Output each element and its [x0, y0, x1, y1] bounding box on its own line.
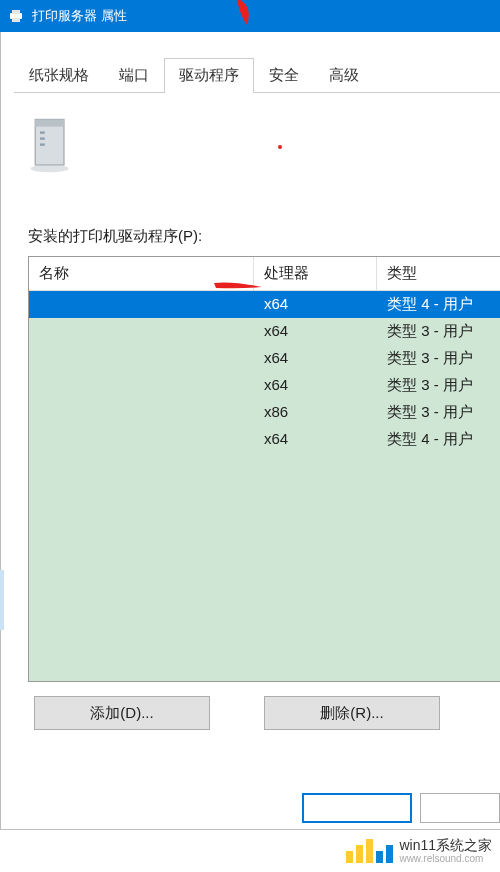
window-title: 打印服务器 属性 — [32, 7, 127, 25]
cell-name — [29, 295, 254, 314]
table-row[interactable]: x64类型 3 - 用户 — [29, 318, 500, 345]
svg-rect-4 — [35, 119, 64, 126]
drivers-list-label: 安装的打印机驱动程序(P): — [28, 227, 500, 246]
table-row[interactable]: x64类型 4 - 用户 — [29, 426, 500, 453]
cell-proc: x64 — [254, 322, 377, 341]
cell-name — [29, 376, 254, 395]
printer-icon — [8, 8, 24, 24]
svg-point-8 — [30, 165, 68, 172]
tabstrip: 纸张规格 端口 驱动程序 安全 高级 — [14, 58, 500, 93]
cell-type: 类型 3 - 用户 — [377, 322, 500, 341]
annotation-mark — [212, 279, 272, 295]
cell-name — [29, 403, 254, 422]
tab-content: 安装的打印机驱动程序(P): 名称 处理器 类型 x64类型 4 - 用户x64… — [14, 93, 500, 756]
table-body[interactable]: x64类型 4 - 用户x64类型 3 - 用户x64类型 3 - 用户x64类… — [29, 291, 500, 681]
cell-proc: x64 — [254, 349, 377, 368]
svg-rect-1 — [12, 10, 20, 14]
tab-security[interactable]: 安全 — [254, 58, 314, 92]
watermark-line1: win11系统之家 — [399, 837, 492, 853]
tab-advanced[interactable]: 高级 — [314, 58, 374, 92]
annotation-dot — [278, 145, 282, 149]
table-header: 名称 处理器 类型 — [29, 257, 500, 291]
svg-rect-2 — [12, 18, 20, 22]
drivers-table: 名称 处理器 类型 x64类型 4 - 用户x64类型 3 - 用户x64类型 … — [28, 256, 500, 682]
cell-name — [29, 430, 254, 449]
remove-button[interactable]: 删除(R)... — [264, 696, 440, 730]
cell-name — [29, 349, 254, 368]
tab-paper[interactable]: 纸张规格 — [14, 58, 104, 92]
dialog-body: 纸张规格 端口 驱动程序 安全 高级 安装的打印机驱动程序(P): 名称 — [0, 32, 500, 756]
tab-ports[interactable]: 端口 — [104, 58, 164, 92]
add-button[interactable]: 添加(D)... — [34, 696, 210, 730]
col-processor[interactable]: 处理器 — [254, 257, 377, 290]
svg-rect-6 — [40, 137, 45, 139]
server-icon-row — [28, 117, 500, 167]
ok-button[interactable] — [302, 793, 412, 823]
watermark-line2: www.relsound.com — [399, 853, 492, 865]
cell-proc: x64 — [254, 295, 377, 314]
cell-type: 类型 4 - 用户 — [377, 295, 500, 314]
svg-rect-5 — [40, 131, 45, 133]
cell-proc: x86 — [254, 403, 377, 422]
watermark: win11系统之家 www.relsound.com — [346, 830, 500, 872]
cell-proc: x64 — [254, 430, 377, 449]
watermark-logo-icon — [346, 839, 393, 863]
svg-rect-7 — [40, 143, 45, 145]
cell-type: 类型 3 - 用户 — [377, 376, 500, 395]
cell-type: 类型 3 - 用户 — [377, 349, 500, 368]
server-icon — [28, 117, 76, 167]
dialog-footer-buttons — [302, 793, 500, 823]
tab-drivers[interactable]: 驱动程序 — [164, 58, 254, 93]
table-row[interactable]: x64类型 4 - 用户 — [29, 291, 500, 318]
col-type[interactable]: 类型 — [377, 257, 500, 290]
cell-type: 类型 4 - 用户 — [377, 430, 500, 449]
table-row[interactable]: x64类型 3 - 用户 — [29, 345, 500, 372]
watermark-text: win11系统之家 www.relsound.com — [399, 837, 492, 865]
cell-type: 类型 3 - 用户 — [377, 403, 500, 422]
cell-name — [29, 322, 254, 341]
button-row: 添加(D)... 删除(R)... — [28, 682, 500, 744]
cancel-button[interactable] — [420, 793, 500, 823]
edge-artifact — [0, 570, 4, 630]
cell-proc: x64 — [254, 376, 377, 395]
table-row[interactable]: x86类型 3 - 用户 — [29, 399, 500, 426]
table-row[interactable]: x64类型 3 - 用户 — [29, 372, 500, 399]
